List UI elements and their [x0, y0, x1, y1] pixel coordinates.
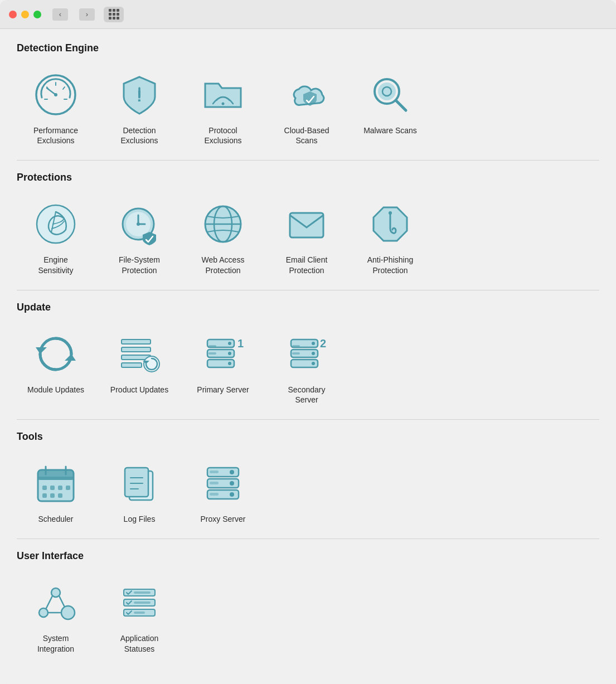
divider-1 — [17, 160, 599, 161]
item-module-updates[interactable]: Module Updates — [17, 323, 95, 410]
svg-rect-86 — [134, 591, 151, 594]
svg-point-42 — [228, 362, 231, 365]
update-grid: Module Updates — [17, 323, 599, 410]
svg-point-71 — [230, 470, 234, 474]
svg-line-13 — [396, 100, 406, 110]
primary-server-label: Primary Server — [197, 385, 249, 395]
detection-exclusions-icon: ! — [114, 70, 164, 120]
svg-rect-40 — [208, 352, 216, 355]
engine-sensitivity-label: EngineSensitivity — [38, 255, 73, 275]
svg-rect-29 — [122, 339, 151, 344]
section-tools: Tools — [17, 431, 599, 530]
item-system-integration[interactable]: SystemIntegration — [17, 572, 95, 659]
svg-rect-72 — [210, 470, 219, 473]
section-title-user-interface: User Interface — [17, 550, 599, 562]
item-scheduler[interactable]: Scheduler — [17, 453, 95, 530]
protocol-exclusions-icon — [198, 70, 248, 120]
svg-rect-63 — [50, 493, 55, 498]
svg-rect-46 — [292, 345, 300, 347]
svg-rect-62 — [42, 493, 47, 498]
item-protocol-exclusions[interactable]: ProtocolExclusions — [184, 64, 262, 151]
engine-sensitivity-icon — [31, 199, 81, 249]
svg-rect-55 — [38, 477, 74, 480]
item-proxy-server[interactable]: Proxy Server — [184, 453, 262, 530]
item-product-updates[interactable]: Product Updates — [100, 323, 178, 410]
proxy-server-label: Proxy Server — [201, 514, 246, 524]
svg-rect-88 — [134, 601, 151, 604]
scheduler-label: Scheduler — [38, 514, 73, 524]
item-detection-exclusions[interactable]: ! DetectionExclusions — [100, 64, 178, 151]
detection-engine-grid: PerformanceExclusions ! DetectionExclusi… — [17, 64, 599, 151]
svg-point-81 — [61, 606, 75, 619]
svg-point-39 — [228, 352, 231, 355]
item-anti-phishing-protection[interactable]: Anti-PhishingProtection — [351, 193, 429, 280]
product-updates-label: Product Updates — [110, 385, 168, 395]
item-log-files[interactable]: Log Files — [100, 453, 178, 530]
item-engine-sensitivity[interactable]: EngineSensitivity — [17, 193, 95, 280]
svg-point-74 — [230, 481, 234, 486]
divider-3 — [17, 419, 599, 420]
section-title-tools: Tools — [17, 431, 599, 443]
svg-rect-60 — [58, 486, 62, 490]
section-title-detection-engine: Detection Engine — [17, 42, 599, 54]
section-title-protections: Protections — [17, 172, 599, 183]
performance-exclusions-icon — [31, 70, 81, 120]
svg-rect-59 — [50, 486, 55, 490]
malware-scans-label: Malware Scans — [363, 125, 417, 135]
system-integration-icon — [31, 578, 81, 628]
svg-point-77 — [230, 492, 234, 497]
item-web-access-protection[interactable]: Web AccessProtection — [184, 193, 262, 280]
item-file-system-protection[interactable]: File-SystemProtection — [100, 193, 178, 280]
svg-point-80 — [39, 608, 48, 617]
item-primary-server[interactable]: 1 Primary Server — [184, 323, 262, 410]
minimize-button[interactable] — [21, 11, 29, 18]
primary-server-icon: 1 — [198, 329, 248, 379]
main-window: ‹ › Detection Engine — [0, 0, 616, 684]
anti-phishing-protection-label: Anti-PhishingProtection — [367, 255, 414, 275]
close-button[interactable] — [9, 11, 17, 18]
anti-phishing-protection-icon — [365, 199, 415, 249]
item-performance-exclusions[interactable]: PerformanceExclusions — [17, 64, 95, 151]
application-statuses-icon — [114, 578, 164, 628]
svg-text:1: 1 — [237, 337, 244, 350]
svg-point-26 — [389, 211, 392, 215]
svg-point-79 — [51, 588, 60, 597]
item-secondary-server[interactable]: 2 SecondaryServer — [268, 323, 346, 410]
scheduler-icon — [31, 458, 81, 508]
forward-button[interactable]: › — [79, 8, 95, 21]
file-system-protection-icon — [114, 199, 164, 249]
divider-4 — [17, 539, 599, 539]
grid-view-button[interactable] — [104, 7, 124, 22]
main-content: Detection Engine — [0, 29, 616, 682]
back-button[interactable]: ‹ — [52, 8, 68, 21]
item-email-client-protection[interactable]: Email ClientProtection — [268, 193, 346, 280]
svg-rect-24 — [290, 213, 323, 237]
proxy-server-icon — [198, 458, 248, 508]
detection-exclusions-label: DetectionExclusions — [121, 125, 158, 145]
section-title-update: Update — [17, 302, 599, 313]
system-integration-label: SystemIntegration — [37, 633, 74, 653]
section-user-interface: User Interface Syste — [17, 550, 599, 659]
web-access-protection-label: Web AccessProtection — [202, 255, 245, 275]
file-system-protection-label: File-SystemProtection — [119, 255, 160, 275]
item-cloud-based-scans[interactable]: Cloud-BasedScans — [268, 64, 346, 151]
performance-exclusions-label: PerformanceExclusions — [33, 125, 78, 145]
cloud-based-scans-label: Cloud-BasedScans — [284, 125, 329, 145]
item-application-statuses[interactable]: ApplicationStatuses — [100, 572, 178, 659]
svg-point-48 — [312, 352, 315, 355]
protections-grid: EngineSensitivity — [17, 193, 599, 280]
svg-line-83 — [59, 596, 65, 607]
svg-point-2 — [54, 93, 57, 96]
titlebar: ‹ › — [0, 0, 616, 29]
svg-rect-30 — [122, 347, 151, 352]
svg-point-10 — [222, 103, 225, 105]
grid-icon — [109, 9, 119, 20]
svg-rect-75 — [210, 482, 219, 484]
protocol-exclusions-label: ProtocolExclusions — [205, 125, 242, 145]
item-malware-scans[interactable]: Malware Scans — [351, 64, 429, 151]
module-updates-label: Module Updates — [27, 385, 84, 395]
svg-line-7 — [63, 87, 65, 89]
section-protections: Protections EngineSensitivity — [17, 172, 599, 280]
svg-point-36 — [228, 342, 231, 345]
maximize-button[interactable] — [33, 11, 41, 18]
